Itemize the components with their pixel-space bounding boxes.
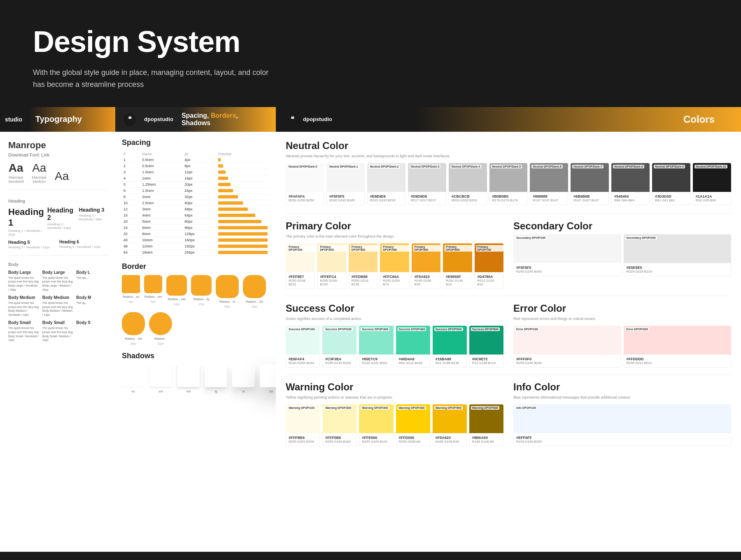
- spacing-content: Spacing # Name px Preview 1 0.5rem 4px 2…: [115, 132, 276, 552]
- info-col: Info Color Blue represents informational…: [513, 381, 731, 446]
- body-medium-semibold: Body Medium The quick brown fox jumps ov…: [8, 295, 39, 317]
- colors-brand-group: ❝ dpopstudio: [286, 113, 332, 126]
- border-title: Border: [122, 262, 269, 271]
- heading-grid: Heading 1 Heading 1 / Semibold / 32px He…: [8, 207, 107, 236]
- body-grid: Body Large The quick brown fox jumps ove…: [8, 270, 107, 343]
- border-swatch: Radius - sm 8px: [144, 275, 162, 308]
- shadow-xl: xl: [232, 364, 255, 393]
- heading-5-item: Heading 5 Heading 5 / Semibold / 12px: [8, 240, 56, 249]
- spacing-row: 2 0.5rem 8px: [122, 163, 269, 169]
- color-swatch: Primary DPOP/700 #D4780A R212 G120 B10: [475, 243, 503, 289]
- spacing-row: 3 1.5rem 12px: [122, 169, 269, 175]
- colors-brand-name: dpopstudio: [303, 116, 332, 122]
- colors-content: Neutral Color Neutrals provide hierarchy…: [276, 132, 741, 552]
- color-swatch: Success DPOP/400 #40D4A8 R64 G212 B168: [396, 326, 430, 368]
- color-swatch: Warning DPOP/500 #F5A623 R245 G166 B35: [433, 404, 467, 446]
- font-family-section: Manrope Download Font: Link Aa ManropeSe…: [8, 140, 107, 190]
- shadows-section: Shadows xs sm md: [122, 352, 269, 393]
- typography-label: Typography: [35, 114, 82, 124]
- divider-2: [286, 296, 731, 296]
- error-desc: Red represents errors and things or crit…: [513, 317, 731, 321]
- neutral-color-section: Neutral Color Neutrals provide hierarchy…: [286, 140, 731, 205]
- primary-swatches: Primary DPOP/100 #FFF8E7 R255 G248 B231 …: [286, 243, 503, 289]
- secondary-swatches: Secondary DPOP/100 #F5F5F5 R245 G245 B24…: [513, 234, 731, 276]
- color-swatch: Secondary DPOP/100 #F5F5F5 R245 G245 B24…: [513, 234, 621, 276]
- border-swatch: Radius - 32px: [149, 312, 172, 345]
- info-title: Info Color: [513, 381, 731, 393]
- divider-1: [286, 213, 731, 214]
- border-swatch: Radius - md 12px: [166, 275, 187, 308]
- brand-name-spacing: dpopstudio: [144, 116, 173, 122]
- divider-3: [286, 374, 731, 375]
- neutral-title: Neutral Color: [286, 140, 731, 152]
- success-swatches: Success DPOP/100 #E6FAF4 R230 G250 B244 …: [286, 326, 503, 368]
- spacing-row: 40 10rem 160px: [122, 237, 269, 243]
- spacing-row: 4 1rem 16px: [122, 175, 269, 181]
- font-sample-semibold: Aa ManropeSemibold: [8, 161, 24, 184]
- headings-section: Heading Heading 1 Heading 1 / Semibold /…: [8, 198, 107, 256]
- shadow-lg: lg: [205, 364, 227, 393]
- body-section-label: Body: [8, 262, 107, 267]
- color-swatch: Primary DPOP/600 #E8950F R232 G149 B15: [443, 243, 472, 289]
- color-swatch: Neutral DPOP/Dark-5 #B0B0B0 R176 G176 B1…: [489, 163, 528, 205]
- color-swatch: Warning DPOP/600 #8B6A00 R139 G106 B0: [469, 404, 503, 446]
- error-col: Error Color Red represents errors and th…: [513, 303, 731, 368]
- shadow-xs: xs: [122, 364, 144, 393]
- heading-1-item: Heading 1 Heading 1 / Semibold / 32px: [8, 207, 44, 236]
- colors-title: Colors: [683, 114, 715, 125]
- warning-title: Warning Color: [286, 381, 503, 393]
- shadow-sm: sm: [149, 364, 172, 393]
- color-swatch: Primary DPOP/100 #FFF8E7 R255 G248 B231: [286, 243, 315, 289]
- warning-col: Warning Color Yellow signifying pending …: [286, 381, 503, 446]
- border-swatch: Radius - 3xl 24px: [122, 312, 145, 345]
- spacing-title: Spacing: [122, 138, 269, 147]
- color-swatch: Neutral DPOP/Dark-6 #898989 R137 G137 B1…: [530, 163, 568, 205]
- info-swatches: Info DPOP/100 #EFF6FF R239 G246 B255: [513, 404, 731, 446]
- spacing-row: 8 2rem 32px: [122, 194, 269, 200]
- border-section: Border Radius - xs 4px Radius - sm 8px R…: [122, 262, 269, 345]
- spacing-row: 10 2.5rem 40px: [122, 200, 269, 206]
- panel-title-spacing: Spacing, Borders, Shadows: [182, 112, 263, 127]
- spacing-table: # Name px Preview 1 0.5rem 4px 2 0.5rem …: [122, 151, 269, 256]
- color-swatch: Neutral DPOP/Dark-7 #6B6B6B R107 G107 B1…: [571, 163, 609, 205]
- spacing-row: 6 1.5rem 24px: [122, 187, 269, 194]
- typography-panel: studio Typography Manrope Download Font:…: [0, 107, 115, 552]
- body-small-semibold: Body Small The quick brown fox jumps ove…: [8, 320, 39, 342]
- color-swatch: Success DPOP/600 #0C9E72 R12 G158 B114: [469, 326, 503, 368]
- color-swatch: Warning DPOP/400 #FFD000 R255 G208 B0: [396, 404, 430, 446]
- spacing-panel: ❝ dpopstudio Spacing, Borders, Shadows S…: [115, 107, 276, 552]
- border-swatch: Radius - xs 4px: [122, 275, 140, 308]
- spacing-row: 16 4rem 64px: [122, 212, 269, 218]
- spacing-row: 32 8rem 128px: [122, 231, 269, 237]
- shadow-swatches: xs sm md lg: [122, 364, 269, 393]
- typography-content: Manrope Download Font: Link Aa ManropeSe…: [0, 132, 115, 552]
- colors-header: ❝ dpopstudio Colors: [276, 107, 741, 132]
- primary-col: Primary Color The primary color is the m…: [286, 220, 503, 289]
- border-swatch: Radius - xl 16px: [216, 275, 239, 308]
- color-swatch: Success DPOP/500 #15BA88 R21 G186 B136: [433, 326, 467, 368]
- color-swatch: Neutral DPOP/Dark-8 #545454 R84 G84 B84: [611, 163, 650, 205]
- shadow-2xl: 2xl: [260, 364, 276, 393]
- studio-label: studio: [5, 116, 22, 123]
- heading-3-item: Heading 3 Heading 3 / Semibold / 18px: [79, 207, 107, 236]
- colors-panel: ❝ dpopstudio Colors Neutral Color Neutra…: [276, 107, 741, 552]
- font-name: Manrope: [8, 140, 107, 151]
- color-swatch: Primary DPOP/500 #F5A623 R245 G166 B35: [412, 243, 440, 289]
- main-content: studio Typography Manrope Download Font:…: [0, 107, 741, 552]
- border-swatches: Radius - xs 4px Radius - sm 8px Radius -…: [122, 275, 269, 345]
- primary-title: Primary Color: [286, 220, 503, 232]
- color-swatch: Primary DPOP/400 #FFC84A R255 G200 B74: [380, 243, 409, 289]
- color-swatch: Warning DPOP/300 #FFE566 R255 G229 B102: [359, 404, 393, 446]
- color-swatch: Info DPOP/100 #EFF6FF R239 G246 B255: [513, 404, 731, 446]
- warning-desc: Yellow signifying pending actions or sta…: [286, 395, 503, 399]
- logo-badge: ❝: [124, 113, 136, 126]
- neutral-desc: Neutrals provide hierarchy for your text…: [286, 154, 731, 158]
- color-swatch: Neutral DPOP/Dark-4 #CBCBCB R203 G203 B2…: [449, 163, 487, 205]
- error-title: Error Color: [513, 303, 731, 314]
- border-swatch: Radius - lg 12px: [191, 275, 212, 308]
- color-swatch: Warning DPOP/100 #FFFBE6 R255 G251 B230: [286, 404, 320, 446]
- color-swatch: Error DPOP/200 #FFDDDD R255 G221 B221: [624, 326, 732, 368]
- heading-section-label: Heading: [8, 198, 107, 203]
- success-col: Success Color Green signifies success of…: [286, 303, 503, 368]
- spacing-row: 5 1.25rem 20px: [122, 181, 269, 187]
